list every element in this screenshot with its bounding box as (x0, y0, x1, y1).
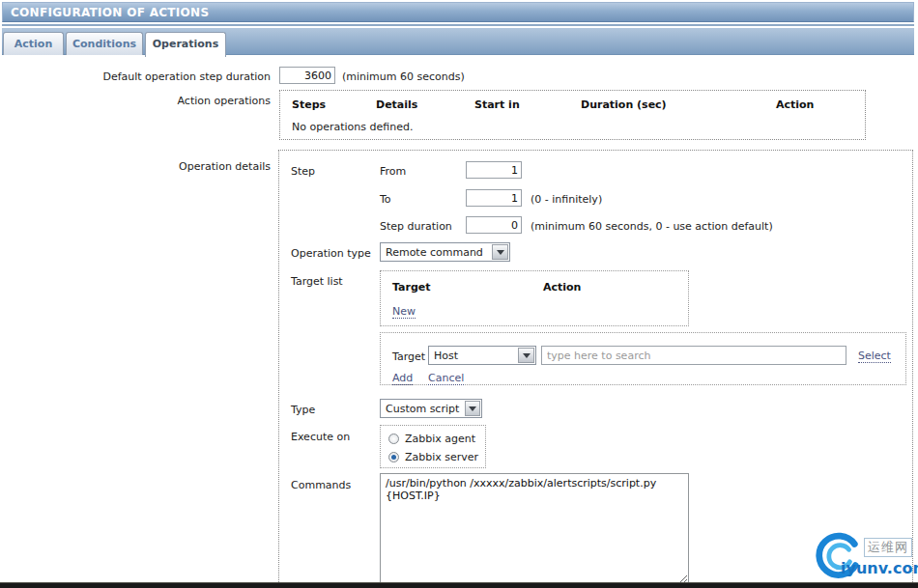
commands-label: Commands (291, 479, 351, 491)
step-duration-label: Step duration (380, 220, 452, 233)
no-operations-text: No operations defined. (292, 121, 413, 133)
default-step-duration-input[interactable] (279, 67, 335, 84)
new-target-link[interactable]: New (392, 305, 416, 319)
radio-zabbix-server-label: Zabbix server (405, 451, 478, 463)
tab-action[interactable]: Action (3, 32, 64, 55)
radio-zabbix-agent-label: Zabbix agent (405, 433, 475, 445)
watermark-site-text: iyunv.com (841, 559, 918, 577)
commands-textarea[interactable]: /usr/bin/python /xxxxx/zabbix/alertscrip… (380, 473, 689, 584)
chevron-down-icon[interactable] (492, 244, 508, 260)
column-target-action: Action (543, 281, 581, 294)
watermark-cn-text: 运维网 (864, 538, 912, 557)
column-target: Target (392, 281, 431, 294)
chevron-down-icon[interactable] (518, 348, 534, 363)
page-title: CONFIGURATION OF ACTIONS (3, 3, 913, 19)
step-duration-input[interactable] (466, 216, 522, 234)
operation-type-value: Remote command (381, 246, 491, 259)
default-step-duration-hint: (minimum 60 seconds) (342, 70, 465, 83)
step-label: Step (291, 165, 315, 178)
target-type-value: Host (429, 350, 517, 362)
chevron-down-icon[interactable] (465, 401, 480, 416)
tab-conditions[interactable]: Conditions (66, 32, 143, 55)
type-label: Type (291, 404, 315, 416)
radio-option-zabbix-server[interactable]: Zabbix server (388, 451, 478, 463)
header-divider (2, 24, 914, 26)
step-to-hint: (0 - infinitely) (531, 193, 602, 206)
zabbix-configuration-page: CONFIGURATION OF ACTIONS Action Conditio… (0, 0, 918, 588)
operation-details-panel: Step From To (0 - infinitely) Step durat… (278, 150, 913, 588)
target-list-label: Target list (291, 275, 343, 288)
step-duration-hint: (minimum 60 seconds, 0 - use action defa… (531, 220, 773, 233)
execute-on-group: Zabbix agent Zabbix server (380, 425, 486, 468)
action-operations-label: Action operations (0, 95, 271, 107)
column-action: Action (776, 98, 814, 111)
step-from-input[interactable] (466, 161, 522, 179)
radio-zabbix-agent-icon[interactable] (388, 434, 399, 444)
iyunv-watermark: 运维网 iyunv.com (814, 532, 914, 582)
operation-details-label: Operation details (0, 160, 271, 173)
column-details: Details (376, 98, 417, 111)
radio-option-zabbix-agent[interactable]: Zabbix agent (388, 433, 475, 445)
target-editor-box: Target Host Select Add Cancel (380, 332, 906, 385)
script-type-select[interactable]: Custom script (380, 399, 482, 418)
operation-type-label: Operation type (291, 247, 371, 260)
radio-zabbix-server-icon[interactable] (388, 452, 399, 462)
default-step-duration-label: Default operation step duration (0, 70, 271, 83)
target-type-select[interactable]: Host (428, 346, 536, 365)
column-steps: Steps (292, 98, 326, 111)
bottom-bar (0, 582, 918, 588)
title-bar: CONFIGURATION OF ACTIONS (2, 2, 914, 22)
action-operations-table: Steps Details Start in Duration (sec) Ac… (279, 90, 866, 140)
target-editor-label: Target (392, 350, 425, 363)
target-search-input[interactable] (541, 346, 846, 365)
operation-type-select[interactable]: Remote command (380, 242, 510, 262)
execute-on-label: Execute on (291, 431, 350, 443)
target-list-table: Target Action New (380, 270, 689, 326)
column-start-in: Start in (474, 98, 520, 111)
tab-operations[interactable]: Operations (145, 32, 226, 57)
step-to-input[interactable] (466, 189, 522, 207)
script-type-value: Custom script (381, 403, 464, 415)
cancel-target-link[interactable]: Cancel (428, 372, 464, 385)
column-duration: Duration (sec) (581, 98, 667, 111)
step-to-label: To (380, 193, 391, 206)
step-from-label: From (380, 165, 406, 178)
add-target-link[interactable]: Add (392, 372, 413, 385)
select-target-link[interactable]: Select (858, 350, 891, 363)
